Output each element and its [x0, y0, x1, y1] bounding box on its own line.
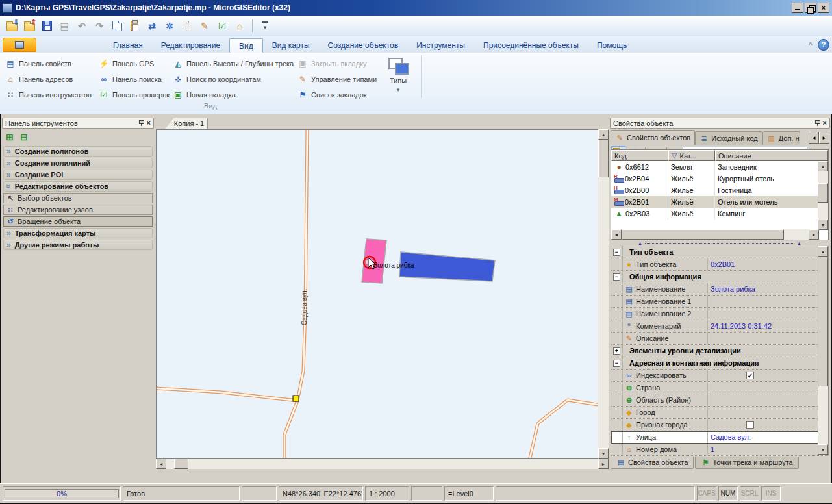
prop-row-naimenovanie-2[interactable]: ▤Наименование 2 [611, 308, 828, 320]
map-tab-kopiya-1[interactable]: Копия - 1 [165, 118, 208, 129]
pin-icon[interactable] [814, 120, 820, 127]
ribbon-novaya-vkladka-button[interactable]: ▣Новая вкладка [173, 88, 236, 101]
ribbon-panel-instrumentov-button[interactable]: ∷Панель инструментов [5, 88, 92, 101]
paste-button[interactable] [127, 18, 142, 34]
collapse-box-icon[interactable]: − [613, 249, 620, 256]
expand-box-icon[interactable]: + [613, 347, 620, 355]
copy-button[interactable] [109, 18, 125, 34]
checklist-button[interactable]: ☑ [214, 18, 230, 34]
ribbon-panel-adresov-button[interactable]: ⌂Панель адресов [5, 73, 73, 86]
prop-row-ulica-selected[interactable]: ↑Улица Садова вул. [611, 431, 828, 444]
ribbon-panel-svoystv-button[interactable]: ▤Панель свойств [5, 57, 71, 70]
map-vscrollbar[interactable]: ▲ ▼ [598, 129, 609, 459]
scroll-up-button[interactable]: ▲ [598, 129, 609, 140]
tab-svoystva-obektov[interactable]: ✎ Свойства объектов [611, 130, 695, 145]
group-sozdanie-polyliniy[interactable]: »Создание полилиний [3, 158, 153, 168]
prop-value[interactable] [707, 296, 828, 307]
props-vscrollbar[interactable]: ▲ ▼ [818, 246, 828, 455]
help-button[interactable]: ? [818, 39, 829, 51]
prop-row-naimenovanie[interactable]: ▤Наименование Золота рибка [611, 283, 828, 296]
city-checkbox-unchecked[interactable] [746, 421, 754, 429]
table-row[interactable]: R0x2B04 Жильё Курортный отель [611, 173, 828, 184]
prop-value[interactable] [707, 382, 828, 394]
collapse-box-icon[interactable]: − [613, 273, 620, 281]
group-sozdanie-poligonov[interactable]: »Создание полигонов [3, 146, 153, 157]
prop-group-adresnaya-informaciya[interactable]: − Адресная и контактная информация [611, 357, 828, 370]
minimize-ribbon-icon[interactable]: ^ [809, 41, 813, 49]
undo-button[interactable]: ↶ [74, 18, 90, 34]
group-redaktirovanie-obektov[interactable]: »Редактирование объектов [3, 181, 153, 192]
prop-row-nomer-doma[interactable]: ⌂Номер дома 1 [611, 444, 828, 456]
pin-icon[interactable] [138, 120, 144, 127]
prop-row-naimenovanie-1[interactable]: ▤Наименование 1 [611, 296, 828, 308]
prop-group-tip-obekta[interactable]: − Тип объекта [611, 246, 828, 258]
import-map-button[interactable]: ⇑ [21, 18, 37, 34]
tab-pomosch[interactable]: Помощь [588, 38, 636, 53]
minimize-button[interactable] [792, 3, 803, 13]
prop-row-kommentariy[interactable]: “Комментарий 24.11.2013 0:31:42 [611, 320, 828, 333]
prop-row-opisanie[interactable]: ✎Описание [611, 333, 828, 345]
prop-row-priznak-goroda[interactable]: ◆Признак города [611, 419, 828, 431]
expand-all-icon[interactable]: ⊞ [4, 131, 16, 143]
ribbon-panel-proverok-button[interactable]: ☑Панель проверок [99, 88, 170, 101]
prop-group-obschaya-informaciya[interactable]: − Общая информация [611, 271, 828, 283]
scroll-right-button[interactable]: ► [598, 459, 609, 469]
rotate-object-button[interactable]: ↺Вращение объекта [3, 216, 153, 227]
tab-dop[interactable]: ▥ Доп. н [763, 131, 800, 145]
ribbon-upravlenie-tipami-button[interactable]: ✎Управление типами [297, 73, 377, 86]
prop-value[interactable]: Садова вул. [707, 431, 828, 443]
freeze-button[interactable]: ✲ [162, 18, 177, 34]
table-row[interactable]: H0x2B00 Жильё Гостиница [611, 184, 828, 196]
column-header-opisanie[interactable]: Описание [715, 150, 828, 161]
scroll-left-button[interactable]: ◄ [156, 459, 166, 469]
export-button[interactable]: ▤ [57, 18, 72, 34]
ribbon-panel-vysoty-button[interactable]: ◭Панель Высоты / Глубины трека [173, 57, 294, 70]
vscroll-thumb[interactable] [818, 183, 828, 203]
vscroll-thumb[interactable] [598, 140, 609, 177]
open-map-button[interactable]: ⇓ [4, 18, 19, 34]
document-button[interactable] [179, 18, 195, 34]
close-panel-icon[interactable]: × [823, 120, 827, 127]
column-header-kat[interactable]: ▽Кат... [668, 150, 715, 161]
scroll-right-button[interactable]: ► [809, 229, 819, 240]
tab-glavnaya[interactable]: Главная [104, 38, 152, 53]
tab-ishodnyy-kod[interactable]: ≣ Исходный код [695, 131, 763, 145]
redo-button[interactable]: ↷ [92, 18, 107, 34]
ribbon-panel-gps-button[interactable]: ⚡Панель GPS [99, 57, 154, 70]
bottom-tab-tochki-treka[interactable]: ⚑ Точки трека и маршрута [695, 457, 798, 469]
bottom-tab-svoystva-obekta[interactable]: ▤ Свойства объекта [611, 457, 694, 469]
road-node-marker[interactable] [293, 396, 299, 401]
table-vscrollbar[interactable]: ▲ ▼ [818, 161, 828, 230]
tab-scroll-left-button[interactable]: ◄ [809, 132, 819, 144]
prop-value[interactable] [707, 333, 828, 344]
prop-value[interactable]: 1 [707, 444, 828, 455]
prop-value[interactable]: Золота рибка [707, 283, 828, 295]
prop-row-oblast[interactable]: ⊕Область (Район) [611, 394, 828, 407]
home-button[interactable]: ⌂ [232, 18, 247, 34]
prop-value[interactable] [707, 394, 828, 406]
scroll-down-button[interactable]: ▼ [818, 444, 828, 455]
panel-splitter[interactable]: ▲ ▲ [611, 240, 829, 246]
restore-button[interactable] [805, 3, 816, 13]
prop-value[interactable]: 24.11.2013 0:31:42 [707, 320, 828, 332]
toolbar-options-button[interactable]: ▾ [257, 18, 273, 34]
tab-vid-karty[interactable]: Вид карты [263, 38, 319, 53]
scroll-down-button[interactable]: ▼ [598, 448, 609, 459]
vscroll-thumb[interactable] [818, 257, 828, 386]
group-sozdanie-poi[interactable]: »Создание POI [3, 170, 153, 180]
edit-document-button[interactable]: ✎ [197, 18, 212, 34]
table-row-selected[interactable]: M0x2B01 Жильё Отель или мотель [611, 196, 828, 208]
table-row[interactable]: ●0x6612 Земля Заповедник [611, 161, 828, 173]
hscroll-thumb[interactable] [174, 459, 188, 469]
map-hscrollbar[interactable]: ◄ ► [156, 459, 609, 469]
edit-nodes-button[interactable]: ∷Редактирование узлов [3, 205, 153, 215]
scroll-up-button[interactable]: ▲ [818, 246, 828, 257]
paste-special-button[interactable]: ⇄ [144, 18, 160, 34]
map-canvas[interactable]: Садова вул. Золота рибка [156, 129, 598, 459]
prop-row-indeksirovat[interactable]: ∞Индексировать ✓ [611, 370, 828, 382]
prop-row-strana[interactable]: ⊕Страна [611, 382, 828, 394]
ribbon-zakryt-vkladku-button[interactable]: ▣Закрыть вкладку [297, 57, 367, 70]
table-hscrollbar[interactable]: ◄ ► [611, 229, 819, 240]
types-button[interactable]: Типы ▾ [382, 57, 414, 98]
prop-value[interactable] [707, 407, 828, 418]
